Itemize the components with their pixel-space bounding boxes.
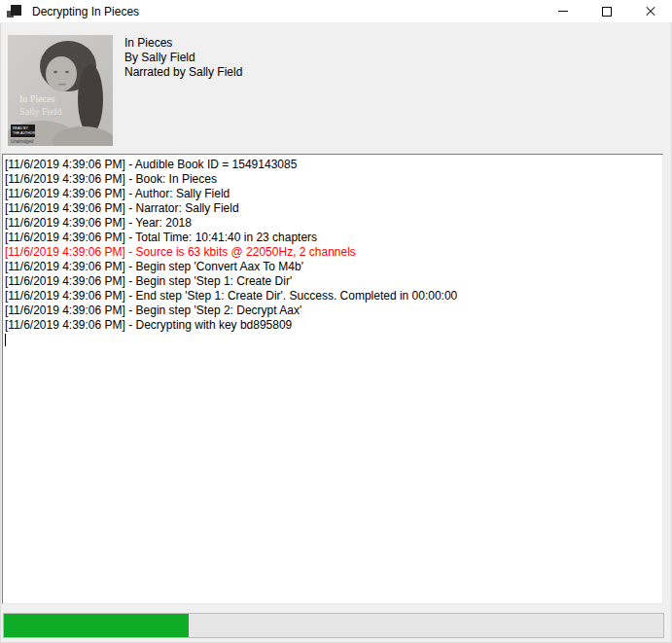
minimize-icon bbox=[558, 11, 568, 12]
log-line: [11/6/2019 4:39:06 PM] - Decrypting with… bbox=[5, 318, 660, 333]
window-title: Decrypting In Pieces bbox=[32, 5, 139, 18]
cover-title-text: In Pieces bbox=[19, 93, 54, 104]
log-line: [11/6/2019 4:39:06 PM] - Narrator: Sally… bbox=[5, 201, 660, 216]
book-cover-image: In Pieces Sally Field READ BY THE AUTHOR… bbox=[8, 35, 113, 146]
app-icon bbox=[7, 4, 22, 19]
cover-author-text: Sally Field bbox=[19, 106, 62, 117]
log-line: [11/6/2019 4:39:06 PM] - Source is 63 kb… bbox=[5, 245, 660, 260]
log-line: [11/6/2019 4:39:06 PM] - Begin step 'Ste… bbox=[5, 304, 660, 318]
log-line: [11/6/2019 4:39:06 PM] - Begin step 'Con… bbox=[5, 260, 660, 274]
log-line: [11/6/2019 4:39:06 PM] - End step 'Step … bbox=[5, 289, 660, 304]
log-line: [11/6/2019 4:39:06 PM] - Audible Book ID… bbox=[5, 158, 660, 172]
log-line: [11/6/2019 4:39:06 PM] - Year: 2018 bbox=[5, 216, 660, 231]
cover-badge-line1: READ BY bbox=[13, 126, 28, 130]
log-line: [11/6/2019 4:39:06 PM] - Author: Sally F… bbox=[5, 187, 660, 201]
text-caret bbox=[5, 334, 6, 346]
caption-controls bbox=[541, 0, 672, 22]
book-cover-art: In Pieces Sally Field READ BY THE AUTHOR… bbox=[8, 35, 113, 146]
maximize-icon bbox=[602, 7, 612, 17]
titlebar[interactable]: Decrypting In Pieces bbox=[0, 0, 672, 22]
cover-badge-line2: THE AUTHOR bbox=[13, 131, 36, 135]
minimize-button[interactable] bbox=[541, 0, 584, 22]
close-button[interactable] bbox=[628, 0, 672, 22]
log-line: [11/6/2019 4:39:06 PM] - Total Time: 10:… bbox=[5, 231, 660, 245]
book-narrator-label: Narrated by Sally Field bbox=[124, 65, 242, 80]
book-title-label: In Pieces bbox=[124, 36, 242, 51]
progressbar-fill bbox=[4, 614, 189, 637]
caret-line bbox=[5, 333, 660, 347]
log-line: [11/6/2019 4:39:06 PM] - Begin step 'Ste… bbox=[5, 274, 660, 289]
app-window: Decrypting In Pieces bbox=[0, 0, 672, 643]
cover-edition-text: Unabridged bbox=[11, 139, 34, 144]
log-textbox[interactable]: [11/6/2019 4:39:06 PM] - Audible Book ID… bbox=[2, 154, 663, 604]
book-author-label: By Sally Field bbox=[124, 51, 242, 65]
log-line: [11/6/2019 4:39:06 PM] - Book: In Pieces bbox=[5, 172, 660, 187]
maximize-button[interactable] bbox=[584, 0, 628, 22]
decrypt-progressbar bbox=[3, 613, 664, 638]
close-icon bbox=[646, 7, 655, 17]
book-info: In Pieces By Sally Field Narrated by Sal… bbox=[124, 36, 242, 80]
